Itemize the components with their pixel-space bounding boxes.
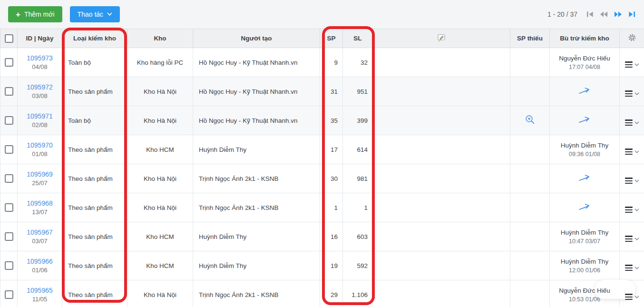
row-sp-count: 29 [320, 280, 343, 307]
row-id-link[interactable]: 1095967 [18, 228, 62, 236]
row-sl-count: 951 [343, 77, 373, 106]
adjustment-user: Huỳnh Diễm Thy [550, 258, 619, 265]
row-check-type: Theo sản phẩm [62, 193, 127, 222]
table-row: 109597304/08Toàn bộKho hàng lỗi PCHồ Ngọ… [0, 48, 644, 77]
row-sp-count: 35 [320, 106, 343, 135]
first-page-icon[interactable] [585, 10, 595, 19]
row-id-link[interactable]: 1095966 [18, 257, 62, 265]
adjustment-time: 09:36 01/08 [550, 151, 619, 158]
row-id-date-cell: 109597304/08 [18, 48, 62, 77]
row-warehouse: Kho Hà Nội [127, 164, 193, 193]
row-menu-cell [620, 77, 644, 106]
row-id-link[interactable]: 1095965 [18, 287, 62, 294]
menu-icon[interactable] [625, 294, 639, 300]
adjustment-time: 12:00 01/06 [550, 267, 619, 274]
arrow-right-icon[interactable] [578, 202, 591, 211]
row-id-link[interactable]: 1095971 [18, 112, 62, 120]
row-checkbox-cell [0, 193, 18, 222]
row-creator: Hồ Ngọc Huy - Kỹ Thuật Nhanh.vn [193, 48, 320, 77]
row-date: 03/07 [18, 238, 62, 245]
add-new-button[interactable]: + Thêm mới [8, 6, 62, 22]
row-id-link[interactable]: 1095973 [18, 54, 62, 62]
row-id-link[interactable]: 1095972 [18, 83, 62, 91]
row-warehouse: Kho Hà Nội [127, 193, 193, 222]
menu-icon[interactable] [625, 149, 639, 155]
row-warehouse: Kho HCM [127, 222, 193, 251]
row-menu-cell [620, 48, 644, 77]
arrow-right-icon[interactable] [578, 86, 591, 95]
row-note-cell [373, 222, 510, 251]
table-row: 109596925/07Theo sản phẩmKho Hà NộiTrịnh… [0, 164, 644, 193]
row-warehouse: Kho Hà Nội [127, 106, 193, 135]
row-check-type: Theo sản phẩm [62, 164, 127, 193]
row-check-type: Theo sản phẩm [62, 135, 127, 164]
adjustment-time: 17:07 04/08 [550, 64, 619, 70]
prev-page-icon[interactable] [599, 10, 609, 19]
table-row: 109597102/08Toàn bộKho Hà NộiHồ Ngọc Huy… [0, 106, 644, 135]
row-missing-cell [510, 251, 550, 280]
row-creator: Hồ Ngọc Huy - Kỹ Thuật Nhanh.vn [193, 106, 320, 135]
row-checkbox[interactable] [5, 203, 13, 212]
row-warehouse: Kho Hà Nội [127, 77, 193, 106]
row-checkbox[interactable] [5, 87, 13, 96]
row-checkbox[interactable] [5, 145, 13, 154]
table-body: 109597304/08Toàn bộKho hàng lỗi PCHồ Ngọ… [0, 48, 644, 307]
row-sp-count: 17 [320, 135, 343, 164]
menu-icon[interactable] [625, 207, 639, 213]
row-checkbox[interactable] [5, 290, 13, 299]
row-date: 13/07 [18, 208, 62, 216]
row-checkbox-cell [0, 164, 18, 193]
table-header-row: ID | Ngày Loại kiểm kho Kho Người tạo SP… [0, 29, 644, 48]
arrow-right-icon[interactable] [578, 115, 591, 124]
adjustment-user: Huỳnh Diễm Thy [550, 142, 619, 149]
arrow-right-icon[interactable] [578, 173, 591, 182]
row-warehouse: Kho HCM [127, 251, 193, 280]
menu-icon[interactable] [625, 178, 639, 184]
note-edit-icon[interactable] [437, 33, 446, 42]
row-creator: Huỳnh Diễm Thy [193, 222, 320, 251]
zoom-in-icon[interactable] [525, 114, 536, 125]
row-checkbox[interactable] [5, 58, 13, 67]
row-checkbox-cell [0, 222, 18, 251]
header-id-date: ID | Ngày [18, 29, 62, 48]
menu-icon[interactable] [625, 236, 639, 242]
row-creator: Trịnh Ngọc Ánh 2k1 - KSNB [193, 164, 320, 193]
row-sp-count: 1 [320, 193, 343, 222]
row-creator: Trịnh Ngọc Ánh 2k1 - KSNB [193, 193, 320, 222]
row-note-cell [373, 164, 510, 193]
row-check-type: Theo sản phẩm [62, 251, 127, 280]
row-checkbox[interactable] [5, 261, 13, 270]
row-sl-count: 1 [343, 193, 373, 222]
pagination-label: 1 - 20 / 37 [547, 10, 577, 18]
last-page-icon[interactable] [627, 10, 636, 19]
row-adjustment-cell [550, 106, 620, 135]
header-sp: SP [320, 29, 343, 48]
row-id-date-cell: 109596511/05 [18, 280, 62, 307]
actions-button[interactable]: Thao tác [70, 6, 120, 22]
row-missing-cell [510, 48, 550, 77]
gear-icon[interactable] [628, 33, 636, 42]
row-menu-cell [620, 222, 644, 251]
row-note-cell [373, 106, 510, 135]
row-date: 01/08 [18, 150, 62, 158]
row-checkbox-cell [0, 135, 18, 164]
row-id-link[interactable]: 1095970 [18, 141, 62, 149]
row-note-cell [373, 280, 510, 307]
row-sl-count: 399 [343, 106, 373, 135]
menu-icon[interactable] [625, 90, 639, 97]
menu-icon[interactable] [625, 119, 639, 126]
row-note-cell [373, 48, 510, 77]
row-id-link[interactable]: 1095968 [18, 199, 62, 207]
row-adjustment-cell [550, 193, 620, 222]
row-id-link[interactable]: 1095969 [18, 170, 62, 178]
menu-icon[interactable] [625, 265, 639, 271]
row-sp-count: 16 [320, 222, 343, 251]
menu-icon[interactable] [625, 61, 639, 68]
row-checkbox[interactable] [5, 174, 13, 183]
row-checkbox[interactable] [5, 232, 13, 241]
row-check-type: Toàn bộ [62, 106, 127, 135]
plus-icon: + [16, 10, 20, 19]
row-checkbox[interactable] [5, 116, 13, 125]
next-page-icon[interactable] [613, 10, 623, 19]
select-all-checkbox[interactable] [5, 34, 13, 43]
